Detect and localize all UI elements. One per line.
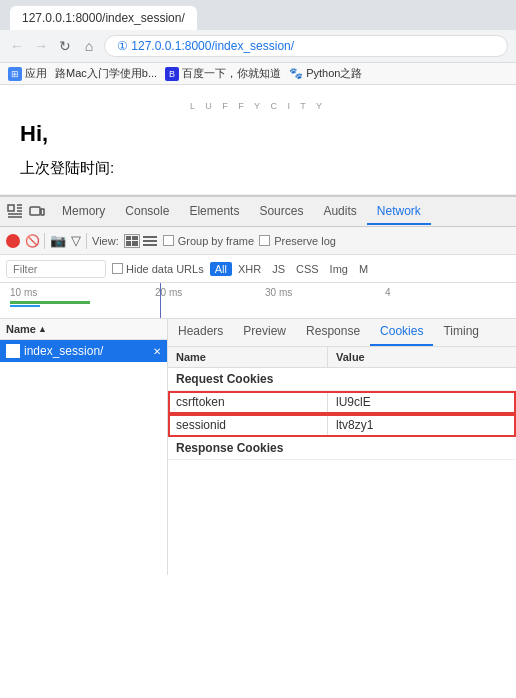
group-by-frame-checkbox-row: Group by frame [163, 235, 254, 247]
svg-rect-6 [30, 207, 40, 215]
view-icons [124, 234, 158, 248]
file-row-name: index_session/ [24, 344, 103, 358]
luffycity-logo: L U F F Y C I T Y [20, 101, 496, 111]
home-button[interactable]: ⌂ [80, 37, 98, 55]
list-view-icon[interactable] [142, 234, 158, 248]
sessionid-value: ltv8zy1 [328, 414, 516, 436]
forward-button[interactable]: → [32, 37, 50, 55]
clear-button[interactable]: 🚫 [25, 234, 39, 248]
bookmark-label: 百度一下，你就知道 [182, 66, 281, 81]
tab-sources[interactable]: Sources [249, 199, 313, 225]
timeline-area: 10 ms 20 ms 30 ms 4 [0, 283, 516, 319]
file-icon [6, 344, 20, 358]
filter-bar: Hide data URLs All XHR JS CSS Img M [0, 255, 516, 283]
tab-timing[interactable]: Timing [433, 319, 489, 346]
tab-bar: 127.0.0.1:8000/index_session/ [0, 0, 516, 30]
filter-btn-js[interactable]: JS [267, 262, 290, 276]
sessionid-name: sessionid [168, 414, 328, 436]
address-bar-row: ← → ↻ ⌂ ① 127.0.0.1:8000/index_session/ [0, 30, 516, 62]
bookmark-baidu[interactable]: B 百度一下，你就知道 [165, 66, 281, 81]
network-panel-body: Name ▲ index_session/ ✕ Headers Preview … [0, 319, 516, 575]
request-cookies-header: Request Cookies [168, 368, 516, 391]
tab-memory[interactable]: Memory [52, 199, 115, 225]
svg-rect-0 [8, 205, 14, 211]
bookmark-apps[interactable]: ⊞ 应用 [8, 66, 47, 81]
filter-btn-xhr[interactable]: XHR [233, 262, 266, 276]
sort-arrow-icon: ▲ [38, 324, 47, 334]
devtools-tabs: Memory Console Elements Sources Audits N… [52, 199, 431, 225]
group-by-frame-label: Group by frame [178, 235, 254, 247]
browser-tab[interactable]: 127.0.0.1:8000/index_session/ [10, 6, 197, 30]
separator2 [86, 233, 87, 249]
csrftoken-name: csrftoken [168, 391, 328, 413]
timeline-line-blue [160, 283, 161, 318]
cookies-row-csrftoken: csrftoken lU9clE [168, 391, 516, 414]
separator [44, 233, 45, 249]
devtools-devices-icon[interactable] [26, 201, 48, 223]
camera-icon[interactable]: 📷 [50, 233, 66, 248]
hide-data-urls-checkbox[interactable] [112, 263, 123, 274]
cookies-detail-panel: Headers Preview Response Cookies Timing … [168, 319, 516, 575]
reload-button[interactable]: ↻ [56, 37, 74, 55]
preserve-log-checkbox[interactable] [259, 235, 270, 246]
file-list: Name ▲ index_session/ ✕ [0, 319, 168, 575]
address-input[interactable]: ① 127.0.0.1:8000/index_session/ [104, 35, 508, 57]
tab-console[interactable]: Console [115, 199, 179, 225]
csrftoken-value: lU9clE [328, 391, 516, 413]
cookies-tabs: Headers Preview Response Cookies Timing [168, 319, 516, 347]
cookies-table-header: Name Value [168, 347, 516, 368]
filter-input[interactable] [6, 260, 106, 278]
group-by-frame-checkbox[interactable] [163, 235, 174, 246]
hide-data-urls-row: Hide data URLs [112, 263, 204, 275]
col-header-value: Value [328, 347, 516, 367]
filter-btn-img[interactable]: Img [325, 262, 353, 276]
tab-elements[interactable]: Elements [179, 199, 249, 225]
apps-icon: ⊞ [8, 67, 22, 81]
tab-response[interactable]: Response [296, 319, 370, 346]
tab-network[interactable]: Network [367, 199, 431, 225]
timeline-label-4: 4 [385, 287, 391, 298]
devtools-panel: Memory Console Elements Sources Audits N… [0, 195, 516, 575]
timeline-label-30ms: 30 ms [265, 287, 292, 298]
tab-cookies[interactable]: Cookies [370, 319, 433, 346]
hide-data-urls-label: Hide data URLs [126, 263, 204, 275]
file-list-header: Name ▲ [0, 319, 167, 340]
address-text: ① 127.0.0.1:8000/index_session/ [117, 39, 294, 53]
devtools-inspect-icon[interactable] [4, 201, 26, 223]
tab-preview[interactable]: Preview [233, 319, 296, 346]
preserve-log-checkbox-row: Preserve log [259, 235, 336, 247]
bookmark-mac[interactable]: 路Mac入门学使用b... [55, 66, 157, 81]
devtools-toolbar: Memory Console Elements Sources Audits N… [0, 197, 516, 227]
file-row-index-session[interactable]: index_session/ ✕ [0, 340, 167, 362]
filter-btn-css[interactable]: CSS [291, 262, 324, 276]
baidu-icon: B [165, 67, 179, 81]
filter-btn-m[interactable]: M [354, 262, 373, 276]
timeline-bar-green [10, 301, 90, 304]
svg-rect-7 [41, 209, 44, 215]
tab-headers[interactable]: Headers [168, 319, 233, 346]
grid-view-icon[interactable] [124, 234, 140, 248]
filter-icon[interactable]: ▽ [71, 233, 81, 248]
page-last-login: 上次登陆时间: [20, 159, 496, 178]
cookies-row-sessionid: sessionid ltv8zy1 [168, 414, 516, 437]
page-greeting: Hi, [20, 121, 496, 147]
browser-chrome: 127.0.0.1:8000/index_session/ ← → ↻ ⌂ ① … [0, 0, 516, 85]
tab-audits[interactable]: Audits [313, 199, 366, 225]
cookies-table: Name Value Request Cookies csrftoken lU9… [168, 347, 516, 460]
network-toolbar: 🚫 📷 ▽ View: Group by frame Preserve log [0, 227, 516, 255]
filter-type-buttons: All XHR JS CSS Img M [210, 262, 373, 276]
bookmarks-bar: ⊞ 应用 路Mac入门学使用b... B 百度一下，你就知道 🐾 Python之… [0, 62, 516, 84]
filter-btn-all[interactable]: All [210, 262, 232, 276]
record-button[interactable] [6, 234, 20, 248]
page-content: L U F F Y C I T Y Hi, 上次登陆时间: [0, 85, 516, 195]
timeline-bar-blue [10, 305, 40, 307]
back-button[interactable]: ← [8, 37, 26, 55]
name-column-header: Name [6, 323, 36, 335]
file-close-icon[interactable]: ✕ [153, 346, 161, 357]
bookmark-python[interactable]: 🐾 Python之路 [289, 66, 362, 81]
response-cookies-header: Response Cookies [168, 437, 516, 460]
bookmark-label: 🐾 Python之路 [289, 66, 362, 81]
timeline-label-10ms: 10 ms [10, 287, 37, 298]
bookmark-label: 路Mac入门学使用b... [55, 66, 157, 81]
col-header-name: Name [168, 347, 328, 367]
